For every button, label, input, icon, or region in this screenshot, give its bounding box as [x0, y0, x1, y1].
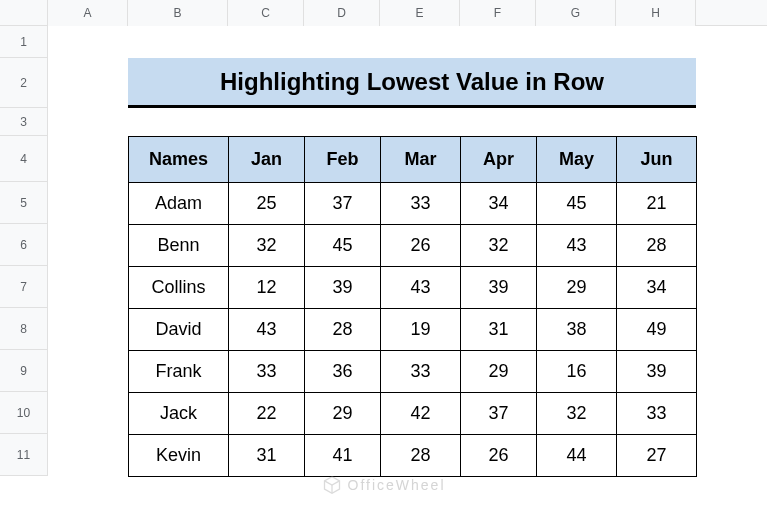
value-cell[interactable]: 16 [537, 351, 617, 393]
value-cell[interactable]: 43 [381, 267, 461, 309]
column-headers-row: ABCDEFGH [0, 0, 767, 26]
value-cell[interactable]: 39 [461, 267, 537, 309]
column-header[interactable]: F [460, 0, 536, 26]
row-header[interactable]: 3 [0, 108, 48, 136]
value-cell[interactable]: 28 [305, 309, 381, 351]
name-cell[interactable]: Adam [129, 183, 229, 225]
value-cell[interactable]: 29 [461, 351, 537, 393]
value-cell[interactable]: 28 [617, 225, 697, 267]
table-header-cell[interactable]: Jun [617, 137, 697, 183]
name-cell[interactable]: Benn [129, 225, 229, 267]
table-header-cell[interactable]: Jan [229, 137, 305, 183]
table-body: Adam253733344521Benn324526324328Collins1… [129, 183, 697, 477]
value-cell[interactable]: 19 [381, 309, 461, 351]
value-cell[interactable]: 33 [381, 183, 461, 225]
value-cell[interactable]: 37 [461, 393, 537, 435]
value-cell[interactable]: 32 [461, 225, 537, 267]
value-cell[interactable]: 29 [305, 393, 381, 435]
value-cell[interactable]: 32 [229, 225, 305, 267]
value-cell[interactable]: 29 [537, 267, 617, 309]
value-cell[interactable]: 28 [381, 435, 461, 477]
value-cell[interactable]: 32 [537, 393, 617, 435]
select-all-corner[interactable] [0, 0, 48, 26]
value-cell[interactable]: 26 [461, 435, 537, 477]
data-table: NamesJanFebMarAprMayJun Adam253733344521… [128, 136, 697, 477]
row-header[interactable]: 6 [0, 224, 48, 266]
grid-area[interactable]: Highlighting Lowest Value in Row NamesJa… [48, 26, 767, 515]
value-cell[interactable]: 33 [229, 351, 305, 393]
value-cell[interactable]: 43 [229, 309, 305, 351]
name-cell[interactable]: David [129, 309, 229, 351]
value-cell[interactable]: 12 [229, 267, 305, 309]
value-cell[interactable]: 42 [381, 393, 461, 435]
row-header[interactable]: 10 [0, 392, 48, 434]
row-headers-column: 1234567891011 [0, 26, 48, 476]
value-cell[interactable]: 25 [229, 183, 305, 225]
value-cell[interactable]: 34 [617, 267, 697, 309]
row-header[interactable]: 8 [0, 308, 48, 350]
value-cell[interactable]: 38 [537, 309, 617, 351]
value-cell[interactable]: 33 [381, 351, 461, 393]
name-cell[interactable]: Kevin [129, 435, 229, 477]
table-header-cell[interactable]: Mar [381, 137, 461, 183]
row-header[interactable]: 5 [0, 182, 48, 224]
value-cell[interactable]: 41 [305, 435, 381, 477]
column-header[interactable]: B [128, 0, 228, 26]
table-row: Adam253733344521 [129, 183, 697, 225]
value-cell[interactable]: 34 [461, 183, 537, 225]
row-header[interactable]: 9 [0, 350, 48, 392]
row-header[interactable]: 11 [0, 434, 48, 476]
value-cell[interactable]: 22 [229, 393, 305, 435]
table-header-cell[interactable]: Apr [461, 137, 537, 183]
table-row: David432819313849 [129, 309, 697, 351]
table-row: Jack222942373233 [129, 393, 697, 435]
value-cell[interactable]: 49 [617, 309, 697, 351]
table-row: Benn324526324328 [129, 225, 697, 267]
column-header[interactable]: E [380, 0, 460, 26]
spreadsheet-container: ABCDEFGH 1234567891011 Highlighting Lowe… [0, 0, 767, 515]
column-header[interactable]: C [228, 0, 304, 26]
watermark: OfficeWheel [322, 475, 446, 495]
value-cell[interactable]: 26 [381, 225, 461, 267]
watermark-text: OfficeWheel [348, 477, 446, 493]
title-banner[interactable]: Highlighting Lowest Value in Row [128, 58, 696, 108]
value-cell[interactable]: 39 [305, 267, 381, 309]
value-cell[interactable]: 31 [461, 309, 537, 351]
row-header[interactable]: 1 [0, 26, 48, 58]
value-cell[interactable]: 27 [617, 435, 697, 477]
row-header[interactable]: 4 [0, 136, 48, 182]
name-cell[interactable]: Collins [129, 267, 229, 309]
table-row: Kevin314128264427 [129, 435, 697, 477]
row-header[interactable]: 2 [0, 58, 48, 108]
table-header-cell[interactable]: Feb [305, 137, 381, 183]
value-cell[interactable]: 21 [617, 183, 697, 225]
value-cell[interactable]: 39 [617, 351, 697, 393]
table-row: Frank333633291639 [129, 351, 697, 393]
column-header[interactable]: H [616, 0, 696, 26]
column-header[interactable]: G [536, 0, 616, 26]
value-cell[interactable]: 33 [617, 393, 697, 435]
value-cell[interactable]: 37 [305, 183, 381, 225]
name-cell[interactable]: Frank [129, 351, 229, 393]
value-cell[interactable]: 36 [305, 351, 381, 393]
watermark-logo-icon [322, 475, 342, 495]
value-cell[interactable]: 45 [537, 183, 617, 225]
value-cell[interactable]: 31 [229, 435, 305, 477]
value-cell[interactable]: 43 [537, 225, 617, 267]
table-header-cell[interactable]: May [537, 137, 617, 183]
value-cell[interactable]: 45 [305, 225, 381, 267]
table-header-row: NamesJanFebMarAprMayJun [129, 137, 697, 183]
column-header[interactable]: A [48, 0, 128, 26]
table-header-cell[interactable]: Names [129, 137, 229, 183]
name-cell[interactable]: Jack [129, 393, 229, 435]
title-text: Highlighting Lowest Value in Row [220, 68, 604, 96]
value-cell[interactable]: 44 [537, 435, 617, 477]
row-header[interactable]: 7 [0, 266, 48, 308]
table-row: Collins123943392934 [129, 267, 697, 309]
column-header[interactable]: D [304, 0, 380, 26]
